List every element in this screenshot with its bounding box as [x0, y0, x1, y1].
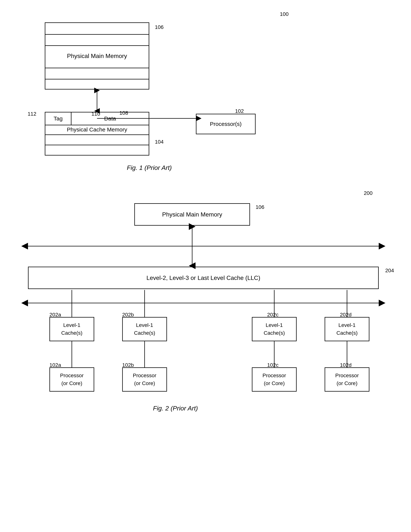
- fig2-proc-c-box: Processor(or Core): [252, 367, 297, 392]
- fig2-caption: Fig. 2 (Prior Art): [153, 405, 198, 412]
- fig2-ref-202d: 202d: [340, 312, 352, 318]
- fig2-llc-box: Level-2, Level-3 or Last Level Cache (LL…: [28, 267, 379, 289]
- fig2-proc-d-box: Processor(or Core): [325, 367, 369, 392]
- fig1-arrows-svg: [0, 0, 411, 187]
- fig2-l1d-box: Level-1Cache(s): [325, 317, 369, 341]
- fig2-proc-a-box: Processor(or Core): [49, 367, 94, 392]
- fig2-ref-102d: 102d: [340, 362, 352, 368]
- fig2-l1a-box: Level-1Level-1 Cache(s)Cache(s): [49, 317, 94, 341]
- fig2-ref-106: 106: [255, 204, 264, 210]
- fig2-ref-102a: 102a: [49, 362, 61, 368]
- fig1-ref-108: 108: [119, 110, 128, 116]
- fig2-l1c-box: Level-1Cache(s): [252, 317, 297, 341]
- diagram-container: 100 Physical Main Memory 106 Tag Data 11…: [0, 0, 411, 532]
- fig2-ref-200: 200: [364, 190, 372, 196]
- fig2-ref-102b: 102b: [122, 362, 134, 368]
- fig2-ref-204: 204: [385, 268, 394, 274]
- fig2-ref-202c: 202c: [267, 312, 279, 318]
- fig2-l1b-box: Level-1Cache(s): [122, 317, 167, 341]
- fig1-caption: Fig. 1 (Prior Art): [127, 164, 172, 171]
- fig2-ref-202a: 202a: [49, 312, 61, 318]
- fig2-ref-202b: 202b: [122, 312, 134, 318]
- fig2-ref-102c: 102c: [267, 362, 279, 368]
- fig2-pmm-box: Physical Main Memory: [134, 203, 250, 226]
- fig2-proc-b-box: Processor(or Core): [122, 367, 167, 392]
